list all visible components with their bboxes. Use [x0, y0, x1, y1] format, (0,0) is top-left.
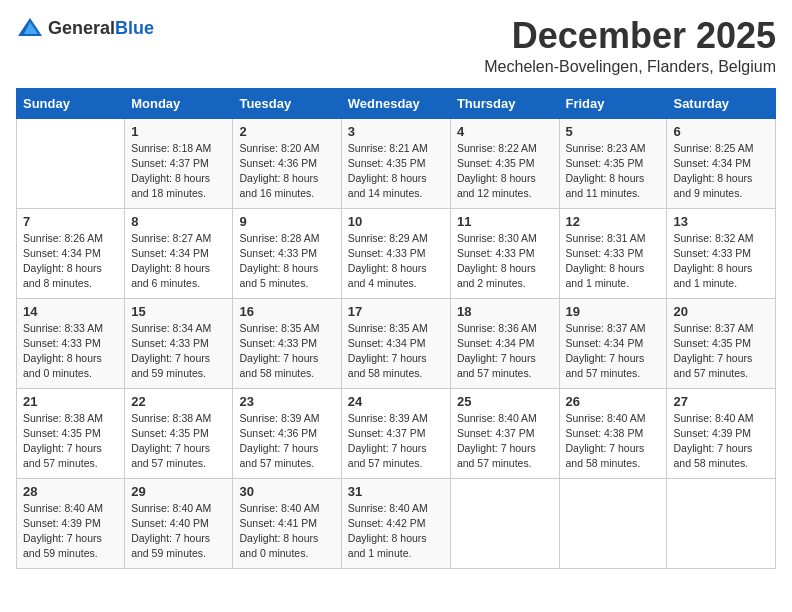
- day-number: 26: [566, 394, 661, 409]
- logo-icon: [16, 16, 44, 40]
- day-info: Sunrise: 8:40 AM Sunset: 4:37 PM Dayligh…: [457, 411, 553, 472]
- calendar-week-row: 1Sunrise: 8:18 AM Sunset: 4:37 PM Daylig…: [17, 118, 776, 208]
- column-header-monday: Monday: [125, 88, 233, 118]
- calendar-cell: 9Sunrise: 8:28 AM Sunset: 4:33 PM Daylig…: [233, 208, 341, 298]
- day-info: Sunrise: 8:39 AM Sunset: 4:37 PM Dayligh…: [348, 411, 444, 472]
- day-number: 12: [566, 214, 661, 229]
- day-number: 15: [131, 304, 226, 319]
- calendar-cell: 14Sunrise: 8:33 AM Sunset: 4:33 PM Dayli…: [17, 298, 125, 388]
- column-header-saturday: Saturday: [667, 88, 776, 118]
- day-info: Sunrise: 8:22 AM Sunset: 4:35 PM Dayligh…: [457, 141, 553, 202]
- day-number: 22: [131, 394, 226, 409]
- month-title: December 2025: [484, 16, 776, 56]
- day-number: 19: [566, 304, 661, 319]
- day-info: Sunrise: 8:39 AM Sunset: 4:36 PM Dayligh…: [239, 411, 334, 472]
- day-info: Sunrise: 8:25 AM Sunset: 4:34 PM Dayligh…: [673, 141, 769, 202]
- calendar-cell: 21Sunrise: 8:38 AM Sunset: 4:35 PM Dayli…: [17, 388, 125, 478]
- day-info: Sunrise: 8:37 AM Sunset: 4:34 PM Dayligh…: [566, 321, 661, 382]
- day-number: 6: [673, 124, 769, 139]
- day-info: Sunrise: 8:40 AM Sunset: 4:40 PM Dayligh…: [131, 501, 226, 562]
- location-title: Mechelen-Bovelingen, Flanders, Belgium: [484, 58, 776, 76]
- calendar-cell: 25Sunrise: 8:40 AM Sunset: 4:37 PM Dayli…: [450, 388, 559, 478]
- day-info: Sunrise: 8:27 AM Sunset: 4:34 PM Dayligh…: [131, 231, 226, 292]
- day-number: 5: [566, 124, 661, 139]
- column-header-tuesday: Tuesday: [233, 88, 341, 118]
- day-info: Sunrise: 8:20 AM Sunset: 4:36 PM Dayligh…: [239, 141, 334, 202]
- calendar-cell: 3Sunrise: 8:21 AM Sunset: 4:35 PM Daylig…: [341, 118, 450, 208]
- calendar-cell: [559, 478, 667, 568]
- day-number: 25: [457, 394, 553, 409]
- day-info: Sunrise: 8:40 AM Sunset: 4:38 PM Dayligh…: [566, 411, 661, 472]
- day-info: Sunrise: 8:38 AM Sunset: 4:35 PM Dayligh…: [131, 411, 226, 472]
- title-block: December 2025 Mechelen-Bovelingen, Fland…: [484, 16, 776, 76]
- calendar-header-row: SundayMondayTuesdayWednesdayThursdayFrid…: [17, 88, 776, 118]
- day-number: 8: [131, 214, 226, 229]
- column-header-thursday: Thursday: [450, 88, 559, 118]
- day-info: Sunrise: 8:35 AM Sunset: 4:34 PM Dayligh…: [348, 321, 444, 382]
- calendar-week-row: 14Sunrise: 8:33 AM Sunset: 4:33 PM Dayli…: [17, 298, 776, 388]
- calendar-cell: 17Sunrise: 8:35 AM Sunset: 4:34 PM Dayli…: [341, 298, 450, 388]
- calendar-cell: [667, 478, 776, 568]
- day-info: Sunrise: 8:29 AM Sunset: 4:33 PM Dayligh…: [348, 231, 444, 292]
- day-number: 27: [673, 394, 769, 409]
- day-info: Sunrise: 8:18 AM Sunset: 4:37 PM Dayligh…: [131, 141, 226, 202]
- calendar-cell: 24Sunrise: 8:39 AM Sunset: 4:37 PM Dayli…: [341, 388, 450, 478]
- column-header-sunday: Sunday: [17, 88, 125, 118]
- logo: GeneralBlue: [16, 16, 154, 40]
- day-info: Sunrise: 8:21 AM Sunset: 4:35 PM Dayligh…: [348, 141, 444, 202]
- calendar-table: SundayMondayTuesdayWednesdayThursdayFrid…: [16, 88, 776, 569]
- day-info: Sunrise: 8:36 AM Sunset: 4:34 PM Dayligh…: [457, 321, 553, 382]
- day-info: Sunrise: 8:31 AM Sunset: 4:33 PM Dayligh…: [566, 231, 661, 292]
- day-info: Sunrise: 8:40 AM Sunset: 4:41 PM Dayligh…: [239, 501, 334, 562]
- calendar-cell: 16Sunrise: 8:35 AM Sunset: 4:33 PM Dayli…: [233, 298, 341, 388]
- calendar-cell: 2Sunrise: 8:20 AM Sunset: 4:36 PM Daylig…: [233, 118, 341, 208]
- calendar-cell: 27Sunrise: 8:40 AM Sunset: 4:39 PM Dayli…: [667, 388, 776, 478]
- page-header: GeneralBlue December 2025 Mechelen-Bovel…: [16, 16, 776, 76]
- day-number: 10: [348, 214, 444, 229]
- day-number: 16: [239, 304, 334, 319]
- day-info: Sunrise: 8:32 AM Sunset: 4:33 PM Dayligh…: [673, 231, 769, 292]
- day-number: 4: [457, 124, 553, 139]
- day-number: 9: [239, 214, 334, 229]
- day-number: 18: [457, 304, 553, 319]
- calendar-cell: [17, 118, 125, 208]
- day-number: 2: [239, 124, 334, 139]
- day-number: 3: [348, 124, 444, 139]
- calendar-cell: 6Sunrise: 8:25 AM Sunset: 4:34 PM Daylig…: [667, 118, 776, 208]
- day-info: Sunrise: 8:34 AM Sunset: 4:33 PM Dayligh…: [131, 321, 226, 382]
- calendar-cell: 30Sunrise: 8:40 AM Sunset: 4:41 PM Dayli…: [233, 478, 341, 568]
- day-info: Sunrise: 8:26 AM Sunset: 4:34 PM Dayligh…: [23, 231, 118, 292]
- calendar-cell: 15Sunrise: 8:34 AM Sunset: 4:33 PM Dayli…: [125, 298, 233, 388]
- day-info: Sunrise: 8:40 AM Sunset: 4:42 PM Dayligh…: [348, 501, 444, 562]
- calendar-cell: [450, 478, 559, 568]
- day-info: Sunrise: 8:40 AM Sunset: 4:39 PM Dayligh…: [23, 501, 118, 562]
- day-info: Sunrise: 8:38 AM Sunset: 4:35 PM Dayligh…: [23, 411, 118, 472]
- day-info: Sunrise: 8:35 AM Sunset: 4:33 PM Dayligh…: [239, 321, 334, 382]
- calendar-cell: 19Sunrise: 8:37 AM Sunset: 4:34 PM Dayli…: [559, 298, 667, 388]
- column-header-wednesday: Wednesday: [341, 88, 450, 118]
- calendar-cell: 26Sunrise: 8:40 AM Sunset: 4:38 PM Dayli…: [559, 388, 667, 478]
- day-info: Sunrise: 8:40 AM Sunset: 4:39 PM Dayligh…: [673, 411, 769, 472]
- calendar-week-row: 7Sunrise: 8:26 AM Sunset: 4:34 PM Daylig…: [17, 208, 776, 298]
- calendar-cell: 11Sunrise: 8:30 AM Sunset: 4:33 PM Dayli…: [450, 208, 559, 298]
- calendar-cell: 7Sunrise: 8:26 AM Sunset: 4:34 PM Daylig…: [17, 208, 125, 298]
- calendar-cell: 5Sunrise: 8:23 AM Sunset: 4:35 PM Daylig…: [559, 118, 667, 208]
- day-number: 13: [673, 214, 769, 229]
- day-number: 20: [673, 304, 769, 319]
- calendar-week-row: 21Sunrise: 8:38 AM Sunset: 4:35 PM Dayli…: [17, 388, 776, 478]
- day-number: 28: [23, 484, 118, 499]
- day-info: Sunrise: 8:33 AM Sunset: 4:33 PM Dayligh…: [23, 321, 118, 382]
- day-number: 31: [348, 484, 444, 499]
- calendar-cell: 13Sunrise: 8:32 AM Sunset: 4:33 PM Dayli…: [667, 208, 776, 298]
- day-number: 21: [23, 394, 118, 409]
- day-number: 7: [23, 214, 118, 229]
- day-number: 23: [239, 394, 334, 409]
- calendar-cell: 1Sunrise: 8:18 AM Sunset: 4:37 PM Daylig…: [125, 118, 233, 208]
- day-number: 30: [239, 484, 334, 499]
- day-info: Sunrise: 8:30 AM Sunset: 4:33 PM Dayligh…: [457, 231, 553, 292]
- calendar-cell: 28Sunrise: 8:40 AM Sunset: 4:39 PM Dayli…: [17, 478, 125, 568]
- calendar-cell: 22Sunrise: 8:38 AM Sunset: 4:35 PM Dayli…: [125, 388, 233, 478]
- column-header-friday: Friday: [559, 88, 667, 118]
- day-number: 29: [131, 484, 226, 499]
- calendar-week-row: 28Sunrise: 8:40 AM Sunset: 4:39 PM Dayli…: [17, 478, 776, 568]
